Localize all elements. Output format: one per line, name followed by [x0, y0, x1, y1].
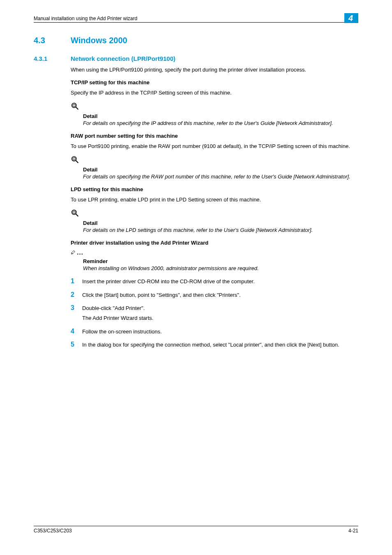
step-number: 3: [71, 304, 82, 321]
svg-point-1: [73, 104, 75, 106]
svg-point-4: [73, 158, 75, 160]
step-number: 4: [71, 328, 82, 335]
callout-text: For details on specifying the IP address…: [83, 120, 358, 127]
header-title: Manual installation using the Add Printe…: [34, 16, 137, 21]
section-title: Windows 2000: [71, 36, 127, 45]
paragraph: To use LPR printing, enable LPD print in…: [71, 196, 358, 204]
subheading-install: Printer driver installation using the Ad…: [71, 240, 358, 246]
section-number: 4.3: [34, 36, 71, 45]
svg-point-0: [72, 103, 76, 108]
step-text: Click the [Start] button, point to "Sett…: [82, 291, 241, 299]
pencil-icon: [71, 250, 358, 257]
detail-callout: Detail For details on specifying the IP …: [71, 102, 358, 127]
page-header: Manual installation using the Add Printe…: [34, 16, 358, 23]
callout-text: For details on specifying the RAW port n…: [83, 173, 358, 180]
subsection-heading: 4.3.1 Network connection (LPR/Port9100): [34, 55, 358, 62]
svg-line-8: [76, 214, 78, 217]
subsection-number: 4.3.1: [34, 55, 71, 62]
svg-point-13: [79, 254, 80, 254]
callout-label: Detail: [83, 113, 358, 119]
reminder-callout: Reminder When installing on Windows 2000…: [71, 250, 358, 272]
svg-point-7: [73, 211, 75, 214]
step-text: Insert the printer driver CD-ROM into th…: [82, 278, 255, 285]
callout-text: When installing on Windows 2000, adminis…: [83, 265, 358, 272]
callout-label: Reminder: [83, 258, 358, 264]
section-heading: 4.3 Windows 2000: [34, 36, 358, 45]
callout-label: Detail: [83, 166, 358, 173]
step-item: 1 Insert the printer driver CD-ROM into …: [71, 278, 358, 285]
svg-point-12: [77, 254, 78, 254]
magnify-icon: [71, 209, 358, 219]
paragraph: To use Port9100 printing, enable the RAW…: [71, 143, 358, 150]
step-text: Double-click "Add Printer". The Add Prin…: [82, 304, 153, 321]
paragraph: Specify the IP address in the TCP/IP Set…: [71, 89, 358, 97]
detail-callout: Detail For details on the LPD settings o…: [71, 209, 358, 234]
svg-point-3: [72, 157, 76, 161]
subheading-raw: RAW port number setting for this machine: [71, 133, 358, 139]
step-number: 2: [71, 291, 82, 299]
page-footer: C353/C253/C203 4-21: [34, 526, 358, 534]
footer-left: C353/C253/C203: [34, 528, 72, 534]
svg-point-14: [82, 254, 83, 254]
step-text: In the dialog box for specifying the con…: [82, 341, 339, 349]
subheading-tcpip: TCP/IP setting for this machine: [71, 79, 358, 86]
chapter-number-badge: 4: [344, 13, 358, 23]
callout-text: For details on the LPD settings of this …: [83, 227, 358, 234]
step-main-text: Double-click "Add Printer".: [82, 305, 153, 312]
step-number: 5: [71, 341, 82, 349]
step-item: 5 In the dialog box for specifying the c…: [71, 341, 358, 349]
step-item: 3 Double-click "Add Printer". The Add Pr…: [71, 304, 358, 321]
svg-line-2: [76, 107, 78, 110]
svg-point-6: [72, 210, 76, 215]
step-number: 1: [71, 278, 82, 285]
magnify-icon: [71, 102, 358, 112]
paragraph: When using the LPR/Port9100 printing, sp…: [71, 66, 358, 74]
svg-line-11: [74, 250, 75, 252]
svg-marker-10: [71, 253, 73, 255]
step-text: Follow the on-screen instructions.: [82, 328, 162, 335]
svg-line-5: [76, 161, 78, 163]
magnify-icon: [71, 155, 358, 166]
subheading-lpd: LPD setting for this machine: [71, 186, 358, 192]
callout-label: Detail: [83, 220, 358, 226]
step-sub-text: The Add Printer Wizard starts.: [82, 314, 153, 322]
step-item: 2 Click the [Start] button, point to "Se…: [71, 291, 358, 299]
step-item: 4 Follow the on-screen instructions.: [71, 328, 358, 335]
subsection-title: Network connection (LPR/Port9100): [71, 55, 175, 62]
footer-right: 4-21: [348, 528, 358, 534]
detail-callout: Detail For details on specifying the RAW…: [71, 155, 358, 180]
